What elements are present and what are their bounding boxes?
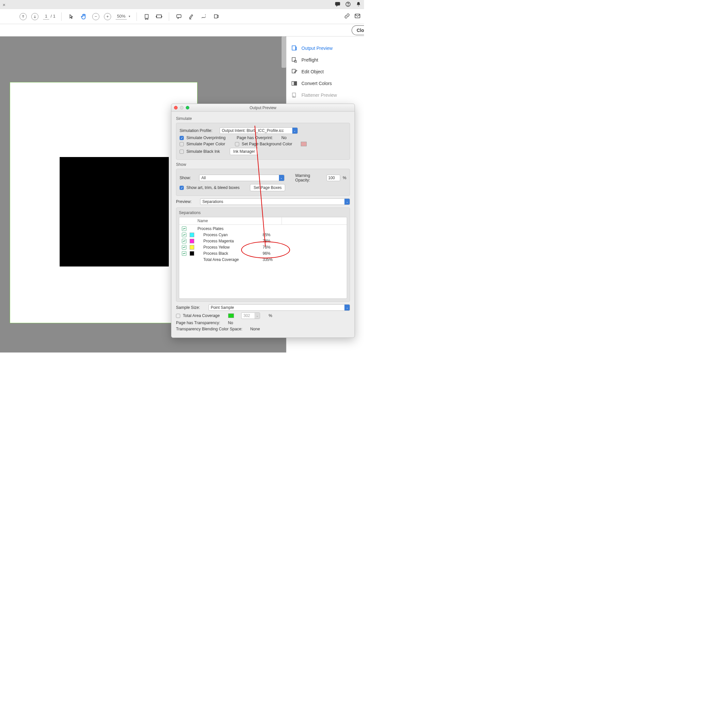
show-boxes-label: Show art, trim, & bleed boxes	[186, 185, 240, 190]
notifications-icon[interactable]	[355, 1, 361, 8]
set-bg-color-checkbox[interactable]	[235, 142, 239, 146]
link-tool-icon[interactable]	[344, 13, 350, 20]
secondary-bar: Clo	[0, 24, 364, 36]
svg-rect-16	[295, 81, 297, 85]
page-has-overprint-label: Page has Overprint:	[237, 136, 273, 140]
svg-rect-7	[157, 14, 162, 17]
sidepanel-item-label: Edit Object	[302, 69, 324, 74]
dialog-titlebar[interactable]: Output Preview	[171, 104, 355, 112]
simulate-heading: Simulate	[176, 116, 350, 121]
zoom-in-button[interactable]: +	[104, 13, 111, 20]
simulate-overprinting-label: Simulate Overprinting	[186, 136, 225, 140]
zoom-out-button[interactable]: −	[92, 13, 100, 20]
percent-label: %	[343, 176, 347, 180]
svg-rect-8	[177, 14, 181, 17]
separation-name: Process Black	[198, 251, 259, 256]
simulate-overprinting-checkbox[interactable]: ✓	[179, 136, 184, 140]
set-bg-color-label: Set Page Background Color	[242, 142, 292, 146]
separation-value: 85%	[263, 233, 282, 237]
warning-opacity-label: Warning Opacity:	[295, 173, 324, 182]
selection-tool-icon[interactable]	[68, 13, 75, 20]
tac-value-dropdown[interactable]: 302⌄	[241, 313, 260, 319]
tab-close-button[interactable]: ×	[3, 2, 6, 7]
svg-rect-17	[292, 93, 296, 97]
separation-row[interactable]: Process Plates	[179, 225, 347, 232]
simulate-paper-color-label: Simulate Paper Color	[186, 142, 225, 146]
set-page-boxes-button[interactable]: Set Page Boxes	[250, 184, 285, 191]
simulation-profile-label: Simulation Profile:	[179, 128, 212, 133]
prev-page-up-button[interactable]	[20, 13, 27, 20]
email-tool-icon[interactable]	[354, 13, 361, 20]
svg-rect-15	[292, 81, 294, 85]
show-dropdown[interactable]: All⌄	[199, 174, 285, 181]
sidepanel-preflight[interactable]: Preflight	[289, 54, 361, 66]
fit-page-icon[interactable]	[155, 13, 163, 20]
blend-space-label: Transparency Blending Color Space:	[176, 327, 243, 331]
svg-point-5	[348, 5, 348, 6]
separation-value: 78%	[263, 239, 282, 244]
draw-tool-icon[interactable]	[200, 13, 208, 20]
help-icon[interactable]	[345, 1, 351, 8]
comments-icon[interactable]	[335, 1, 341, 8]
separation-row[interactable]: Total Area Coverage335%	[179, 257, 347, 262]
total-area-coverage-label: Total Area Coverage	[183, 313, 220, 318]
page-transparency-value: No	[228, 321, 233, 325]
show-boxes-checkbox[interactable]: ✓	[179, 186, 184, 190]
sample-size-dropdown[interactable]: Point Sample⌄	[209, 304, 350, 311]
warning-opacity-input[interactable]: 100	[326, 174, 340, 181]
sidepanel-item-label: Preflight	[302, 57, 318, 62]
sidepanel-convert-colors[interactable]: Convert Colors	[289, 78, 361, 89]
separations-table: Name Process PlatesProcess Cyan85%Proces…	[179, 217, 347, 299]
fit-width-icon[interactable]	[143, 13, 150, 20]
simulate-paper-color-checkbox[interactable]	[179, 142, 184, 146]
ink-color-swatch	[190, 251, 194, 256]
separation-name: Total Area Coverage	[198, 257, 259, 262]
separation-value: 96%	[263, 251, 282, 256]
output-preview-dialog: Output Preview Simulate Simulation Profi…	[171, 104, 355, 338]
simulate-black-ink-checkbox[interactable]	[179, 150, 184, 154]
next-page-down-button[interactable]	[31, 13, 39, 20]
simulation-profile-dropdown[interactable]: Output Intent: Blurb_ICC_Profile.icc⌄	[220, 127, 298, 134]
ink-manager-button[interactable]: Ink Manager	[230, 148, 259, 155]
hand-tool-icon[interactable]	[80, 13, 88, 20]
vertical-scrollbar[interactable]	[282, 36, 286, 68]
separation-name: Process Plates	[198, 226, 259, 231]
visibility-toggle-icon[interactable]	[182, 226, 186, 231]
visibility-toggle-icon[interactable]	[182, 251, 186, 256]
svg-rect-12	[292, 58, 295, 62]
total-area-coverage-checkbox[interactable]	[176, 314, 180, 318]
separation-value: 76%	[263, 245, 282, 249]
visibility-toggle-icon[interactable]	[182, 245, 186, 249]
close-panel-button[interactable]: Clo	[352, 25, 364, 35]
separation-row[interactable]: Process Cyan85%	[179, 232, 347, 238]
sidepanel-item-label: Flattener Preview	[302, 92, 337, 98]
svg-point-3	[338, 3, 339, 4]
separations-heading: Separations	[179, 210, 347, 215]
show-heading: Show	[176, 162, 350, 167]
highlight-tool-icon[interactable]	[187, 13, 195, 20]
separation-row[interactable]: Process Magenta78%	[179, 238, 347, 244]
svg-rect-11	[292, 46, 296, 50]
preview-dropdown[interactable]: Separations⌄	[200, 198, 350, 205]
svg-rect-6	[145, 14, 148, 18]
sidepanel-item-label: Output Preview	[302, 46, 333, 51]
sidepanel-output-preview[interactable]: Output Preview	[289, 42, 361, 54]
separation-row[interactable]: Process Black96%	[179, 250, 347, 257]
sidepanel-edit-object[interactable]: Edit Object	[289, 66, 361, 78]
separation-name: Process Magenta	[198, 239, 259, 244]
visibility-toggle-icon[interactable]	[182, 233, 186, 237]
separation-row[interactable]: Process Yellow76%	[179, 244, 347, 250]
ink-color-swatch	[190, 245, 194, 249]
zoom-dropdown[interactable]: 50% ▼	[116, 14, 131, 20]
tac-swatch[interactable]	[228, 313, 234, 318]
sidepanel-flattener-preview[interactable]: Flattener Preview	[289, 89, 361, 101]
svg-rect-9	[214, 14, 217, 18]
visibility-toggle-icon[interactable]	[182, 239, 186, 244]
stamp-tool-icon[interactable]	[212, 13, 220, 20]
comment-tool-icon[interactable]	[175, 13, 183, 20]
name-column-header: Name	[195, 217, 282, 225]
sidepanel-item-label: Convert Colors	[302, 81, 332, 86]
ink-color-swatch	[190, 233, 194, 237]
page-number-input[interactable]: 1	[43, 14, 49, 20]
bg-color-swatch[interactable]	[301, 142, 307, 146]
